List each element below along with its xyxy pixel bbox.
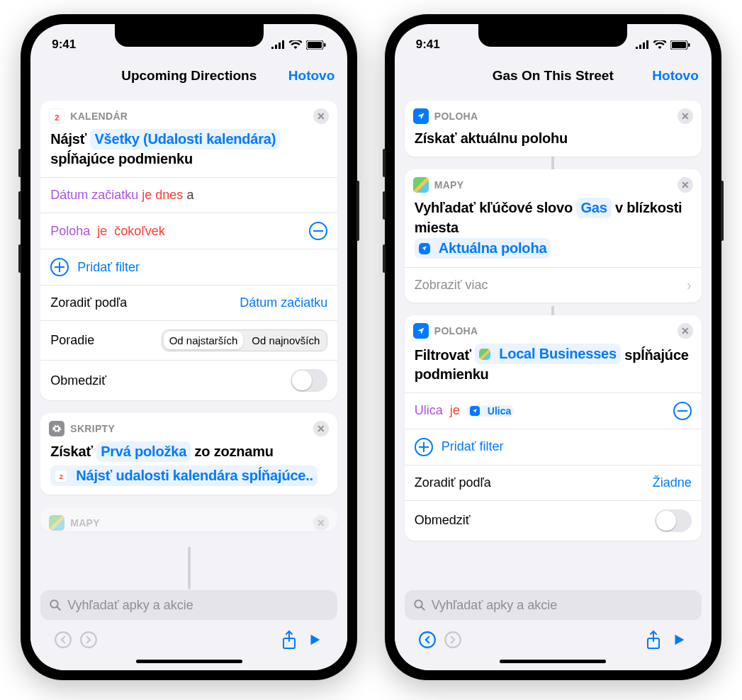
svg-point-16 bbox=[445, 632, 461, 648]
action-card-current-location: POLOHA ✕ Získať aktuálnu polohu bbox=[405, 101, 702, 157]
order-newest[interactable]: Od najnovších bbox=[244, 330, 327, 351]
svg-rect-3 bbox=[313, 230, 323, 232]
svg-point-15 bbox=[420, 632, 435, 648]
calendar-icon: 2 bbox=[55, 470, 67, 482]
undo-button[interactable] bbox=[415, 627, 440, 653]
notch bbox=[115, 24, 264, 47]
share-button[interactable] bbox=[641, 627, 666, 653]
svg-rect-1 bbox=[308, 42, 322, 48]
remove-action-button[interactable]: ✕ bbox=[313, 108, 329, 124]
maps-icon bbox=[49, 515, 64, 531]
chevron-right-icon: › bbox=[687, 277, 692, 293]
search-input[interactable]: Vyhľadať apky a akcie bbox=[405, 590, 702, 620]
svg-rect-10 bbox=[672, 42, 686, 48]
remove-action-button[interactable]: ✕ bbox=[313, 421, 329, 436]
cellular-icon bbox=[271, 40, 285, 49]
redo-button[interactable] bbox=[440, 627, 466, 653]
sort-by-value[interactable]: Dátum začiatku bbox=[240, 295, 327, 310]
app-label: MAPY bbox=[434, 179, 464, 191]
limit-switch[interactable] bbox=[655, 509, 692, 532]
action-card-search-maps: MAPY ✕ Vyhľadať kľúčové slovo Gas v blíz… bbox=[405, 169, 702, 303]
location-icon bbox=[470, 406, 480, 416]
connector-line bbox=[188, 547, 191, 589]
app-label: MAPY bbox=[70, 517, 100, 529]
phone-right: 9:41 Gas On This Street Hotovo POLOHA ✕ … bbox=[385, 14, 721, 680]
search-icon bbox=[413, 599, 426, 611]
add-filter-button[interactable]: Pridať filter bbox=[405, 429, 702, 465]
sort-by-row[interactable]: Zoradiť podľa Žiadne bbox=[405, 465, 702, 500]
maps-icon bbox=[479, 349, 490, 360]
filter-row-location[interactable]: Poloha je čokoľvek bbox=[40, 213, 337, 249]
chip-street[interactable]: Ulica bbox=[467, 405, 514, 417]
remove-action-button[interactable]: ✕ bbox=[678, 177, 693, 193]
param-pill-gas[interactable]: Gas bbox=[576, 198, 611, 218]
done-button[interactable]: Hotovo bbox=[652, 68, 698, 84]
share-button[interactable] bbox=[276, 627, 302, 653]
calendar-icon: 2 bbox=[49, 108, 64, 124]
nav-bar: Gas On This Street Hotovo bbox=[395, 58, 712, 94]
remove-action-button[interactable]: ✕ bbox=[678, 323, 693, 339]
show-more-button[interactable]: Zobraziť viac › bbox=[405, 267, 702, 303]
limit-row: Obmedziť bbox=[405, 500, 702, 541]
order-segmented[interactable]: Od najstarších Od najnovších bbox=[162, 329, 328, 351]
undo-button[interactable] bbox=[50, 627, 76, 653]
filter-row-street[interactable]: Ulica je Ulica bbox=[405, 393, 702, 429]
param-pill-first-item[interactable]: Prvá položka bbox=[96, 441, 191, 462]
wifi-icon bbox=[289, 40, 302, 49]
battery-icon bbox=[670, 40, 690, 50]
param-pill-current-location[interactable]: Aktuálna poloha bbox=[415, 238, 551, 259]
app-label: KALENDÁR bbox=[70, 111, 128, 122]
svg-point-7 bbox=[81, 632, 96, 648]
nav-bar: Upcoming Directions Hotovo bbox=[30, 58, 347, 94]
add-filter-button[interactable]: Pridať filter bbox=[40, 249, 337, 285]
nav-title: Gas On This Street bbox=[493, 68, 614, 84]
action-card-filter-businesses: POLOHA ✕ Filtrovať Local Businesses spĺň… bbox=[405, 315, 702, 541]
cellular-icon bbox=[635, 40, 649, 49]
svg-line-14 bbox=[421, 606, 425, 610]
sort-by-row[interactable]: Zoradiť podľa Dátum začiatku bbox=[40, 285, 337, 320]
order-row: Poradie Od najstarších Od najnovších bbox=[40, 320, 337, 360]
status-time: 9:41 bbox=[52, 38, 76, 52]
limit-switch[interactable] bbox=[291, 369, 327, 392]
search-placeholder: Vyhľadať apky a akcie bbox=[432, 598, 557, 613]
status-time: 9:41 bbox=[416, 38, 440, 52]
wifi-icon bbox=[653, 40, 666, 49]
svg-rect-2 bbox=[324, 43, 326, 47]
remove-action-button[interactable]: ✕ bbox=[313, 515, 329, 531]
title-text: Nájsť bbox=[50, 131, 86, 147]
title-text: spĺňajúce podmienku bbox=[50, 151, 193, 166]
home-indicator[interactable] bbox=[500, 660, 606, 663]
notch bbox=[478, 24, 627, 47]
app-label: POLOHA bbox=[434, 111, 478, 122]
filter-row-start-date[interactable]: Dátum začiatku je dnes a bbox=[40, 177, 337, 213]
home-indicator[interactable] bbox=[136, 660, 242, 663]
svg-line-5 bbox=[57, 606, 61, 610]
remove-action-button[interactable]: ✕ bbox=[678, 108, 693, 124]
location-icon bbox=[419, 243, 430, 254]
remove-filter-button[interactable] bbox=[673, 402, 692, 420]
app-label: POLOHA bbox=[434, 325, 478, 337]
run-button[interactable] bbox=[302, 627, 327, 653]
svg-rect-11 bbox=[688, 43, 690, 47]
app-label: SKRIPTY bbox=[70, 423, 115, 434]
location-icon bbox=[413, 323, 429, 339]
param-pill-all-events[interactable]: Všetky (Udalosti kalendára) bbox=[90, 129, 280, 149]
remove-filter-button[interactable] bbox=[309, 222, 327, 240]
sort-by-value[interactable]: Žiadne bbox=[653, 475, 692, 490]
svg-rect-12 bbox=[678, 410, 687, 412]
search-input[interactable]: Vyhľadať apky a akcie bbox=[40, 590, 337, 620]
redo-button[interactable] bbox=[76, 627, 101, 653]
run-button[interactable] bbox=[666, 627, 692, 653]
order-oldest[interactable]: Od najstarších bbox=[164, 332, 244, 349]
phone-left: 9:41 Upcoming Directions Hotovo 2 KALEND… bbox=[21, 14, 357, 680]
action-card-maps: MAPY ✕ bbox=[40, 507, 337, 531]
nav-title: Upcoming Directions bbox=[121, 68, 257, 84]
param-pill-find-events[interactable]: 2 Nájsť udalosti kalendára spĺňajúce.. bbox=[50, 465, 317, 486]
search-icon bbox=[49, 599, 62, 611]
param-pill-local-businesses[interactable]: Local Businesses bbox=[475, 344, 621, 364]
action-card-find-calendar: 2 KALENDÁR ✕ Nájsť Všetky (Udalosti kale… bbox=[40, 101, 337, 400]
maps-icon bbox=[413, 177, 429, 193]
done-button[interactable]: Hotovo bbox=[288, 68, 335, 84]
plus-icon bbox=[50, 258, 69, 276]
limit-row: Obmedziť bbox=[40, 360, 337, 400]
